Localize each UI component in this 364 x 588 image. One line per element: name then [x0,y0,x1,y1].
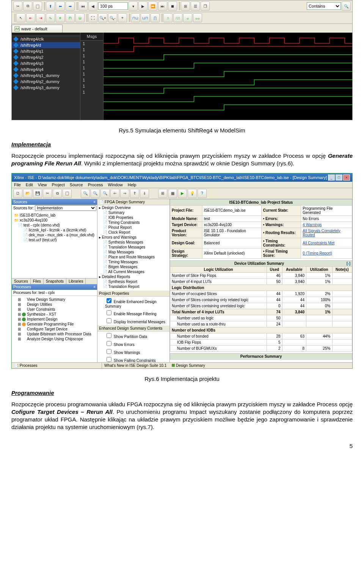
mid-section-item[interactable]: 📄 Clock Report [97,230,169,235]
wave-fmt-icon[interactable]: ⊓⊔ [131,13,140,22]
run-icon[interactable]: ▶ [138,2,147,11]
wave-fmt-icon[interactable]: ⏛⏛ [193,13,202,22]
mid-section-item[interactable]: 📄 Map Messages [97,250,169,255]
wave-signal-row[interactable]: /shiftreg4/q3 [12,60,80,66]
wave-tool-icon[interactable]: ∿ [46,13,55,22]
wave-signal-row[interactable]: /shiftreg4/d [12,42,80,48]
mid-section-item[interactable]: ▸ Detailed Reports [97,274,169,279]
bottom-tab[interactable]: What's New in ISE Design Suite 10.1 [104,363,166,368]
wave-tool-icon[interactable]: ⊔ [75,13,85,22]
time-step-input[interactable] [98,2,128,10]
tab-libraries[interactable]: Libraries [66,278,86,284]
mid-header[interactable]: 📄 FPGA Design Summary [97,199,169,205]
menu-item[interactable]: File [14,182,21,187]
mem-icon[interactable]: ⊞ [181,2,190,11]
mid-section-item[interactable]: 📄 Summary [97,210,169,215]
bottom-left-tab[interactable]: 📑 Processes [12,363,102,368]
processes-tree[interactable]: ⊞ View Design Summary⊞ Design Utilities⊞… [12,296,97,362]
wave-fmt-icon[interactable]: ⎍⎍ [173,13,182,22]
wave-signal-row[interactable]: /shiftreg4/clk [12,36,80,42]
process-tree-item[interactable]: ⊞ View Design Summary [13,297,96,302]
wave-fmt-icon[interactable]: ⏛ [183,13,192,22]
checkbox-row[interactable]: Enable Message Filtering [97,309,169,317]
wave-signal-row[interactable]: /shiftreg4/q1 [12,48,80,54]
sources-for-select[interactable]: Implementation [35,205,96,211]
checkbox[interactable] [107,310,111,315]
help-icon[interactable]: ? [198,189,207,198]
checkbox-row[interactable]: Show Warnings [97,347,169,355]
close-icon[interactable]: × [93,285,96,289]
search-icon[interactable]: 🔍 [342,2,351,11]
mid-section-item[interactable]: 📄 Pinout Report [97,225,169,230]
process-tree-item[interactable]: ⊞ Design Utilities [13,302,96,307]
checkbox[interactable] [107,298,111,303]
cell[interactable]: 4 Warnings [301,222,352,228]
light-icon[interactable]: 💡 [188,189,197,198]
checkbox-row[interactable]: Enable Enhanced Design Summary [97,297,169,309]
menu-item[interactable]: View [38,182,47,187]
checkbox[interactable] [107,357,111,362]
checkbox-row[interactable]: Show Errors [97,340,169,347]
step-back-icon[interactable]: ◀ [88,2,97,11]
mid-section-item[interactable]: 📄 Translation Messages [97,245,169,250]
cell[interactable]: All Constraints Met [301,238,352,248]
process-tree-item[interactable]: ⊞ Generate Programming File [13,322,96,327]
tab-files[interactable]: Files [31,278,44,284]
wave-tool-icon[interactable]: ⊓ [66,13,75,22]
menu-item[interactable]: Project [52,182,65,187]
new-icon[interactable]: 🗋 [13,189,22,198]
src-tree-item[interactable]: 📄 licznik_kpl - licznik - a (licznik.vhd… [13,228,96,233]
cut-icon[interactable]: ✂ [43,189,52,198]
tool-paste-icon[interactable]: 📋 [33,2,42,11]
wave-tool-icon[interactable]: ≡ [56,13,65,22]
edge-prev-icon[interactable]: ⇤ [26,13,35,22]
close-icon[interactable]: × [93,200,96,204]
zoom-out-icon[interactable]: 🔍- [108,13,117,22]
zoom-icon[interactable]: 🔍 [91,189,100,198]
nav-icon[interactable]: ⇒ [120,189,129,198]
open-icon[interactable]: 📂 [23,189,32,198]
step-end-icon[interactable]: ⏭ [158,2,167,11]
mid-section-item[interactable]: 📄 Timing Messages [97,259,169,264]
wave-signal-row[interactable]: /shiftreg4/q2 [12,54,80,60]
checkbox-row[interactable]: Show Failing Constraints [97,355,169,362]
menu-item[interactable]: Help [128,182,136,187]
bottom-tab[interactable]: Design Summary [172,363,205,368]
nav-icon[interactable]: ⇑ [130,189,139,198]
wave-signal-row[interactable]: /shiftreg4/q1_dummy [12,72,80,79]
checkbox-row[interactable]: Display Incremental Messages [97,317,169,325]
list-icon[interactable]: ☰ [191,2,200,11]
zoom-region-icon[interactable]: ⌖ [118,13,127,22]
cursor-icon[interactable]: ↖ [16,13,25,22]
mid-section-item[interactable]: ▸ Errors and Warnings [97,235,169,240]
tab-snapshots[interactable]: Snapshots [44,278,66,284]
mid-section-item[interactable]: 📄 Place and Route Messages [97,255,169,259]
mid-section-item[interactable]: 📄 Synthesis Report [97,279,169,284]
wave-signal-row[interactable]: /shiftreg4/q2_dummy [12,79,80,85]
tool-icon[interactable]: ⊞ [158,189,167,198]
nav-up-icon[interactable]: ⬆ [46,2,55,11]
mid-section-item[interactable]: 📄 Timing Constraints [97,220,169,225]
mid-section-item[interactable]: 📄 All Current Messages [97,269,169,274]
mid-section-item[interactable]: 📄 Translation Report [97,284,169,289]
wave-tab[interactable]: wave - default [12,25,63,33]
zoom-in-icon[interactable]: 🔍+ [98,13,107,22]
step-dropdown-icon[interactable]: ▾ [129,2,138,11]
nav-icon[interactable]: ⇓ [140,189,149,198]
src-tree-item[interactable]: 📁 ISE10-BTCdemo_lab [13,213,96,218]
src-tree-item[interactable]: 📁 xc3s200-4vq100 [13,218,96,223]
process-tree-item[interactable]: ⊞ Configure Target Device [13,327,96,332]
checkbox-row[interactable]: Show Partition Data [97,332,169,340]
src-tree-item[interactable]: 📄 dek_mux - mux_dek - a (mux_dek.vhd) [13,233,96,237]
zoom-icon[interactable]: 🔍 [81,189,90,198]
maximize-icon[interactable]: □ [336,175,342,181]
wave-fmt-icon[interactable]: ∏ [151,13,160,22]
checkbox[interactable] [107,333,111,338]
process-tree-item[interactable]: ⊞ Synthesize - XST [13,312,96,317]
run-icon[interactable]: ▶ [178,189,187,198]
checkbox[interactable] [107,349,111,354]
tab-sources[interactable]: Sources [12,278,31,284]
menu-item[interactable]: Edit [26,182,33,187]
src-tree-item[interactable]: 📄 test - cplx (demo.vhd) [13,223,96,228]
wave-signal-row[interactable]: /shiftreg4/q3_dummy [12,85,80,91]
